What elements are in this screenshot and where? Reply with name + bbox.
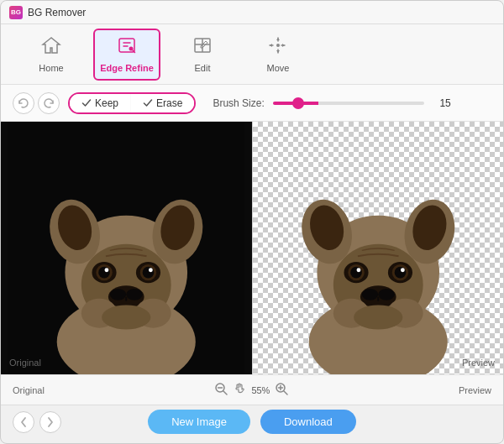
- home-icon: [41, 36, 61, 60]
- hand-icon[interactable]: [233, 382, 246, 398]
- preview-panel: Preview: [253, 122, 504, 374]
- original-image: [1, 122, 252, 374]
- nav-label-edge-refine: Edge Refine: [100, 63, 154, 73]
- nav-arrows: [13, 411, 61, 433]
- top-nav: Home Edge Refine Edit: [1, 24, 503, 85]
- nav-label-move: Move: [267, 63, 290, 73]
- original-status-label: Original: [13, 385, 45, 395]
- undo-redo-group: [13, 92, 60, 114]
- svg-point-20: [105, 268, 109, 272]
- brush-size-value: 15: [431, 97, 451, 109]
- preview-label: Preview: [462, 358, 495, 368]
- svg-point-40: [394, 267, 406, 279]
- preview-image: [253, 122, 504, 374]
- bottom-bar: New Image Download: [1, 405, 503, 438]
- svg-point-24: [126, 289, 142, 300]
- redo-button[interactable]: [38, 92, 60, 114]
- svg-line-53: [284, 391, 287, 394]
- svg-point-23: [110, 289, 126, 300]
- main-content: Original: [1, 122, 503, 374]
- prev-button[interactable]: [13, 411, 34, 433]
- svg-line-50: [223, 391, 227, 394]
- keep-button[interactable]: ✓ Keep Keep: [70, 94, 130, 112]
- toolbar: ✓ Keep Keep ✓ Erase Erase Brush Size: 15: [1, 85, 503, 122]
- svg-point-48: [354, 305, 402, 329]
- undo-button[interactable]: [13, 92, 34, 114]
- preview-status-label: Preview: [459, 385, 491, 395]
- svg-point-41: [356, 268, 360, 272]
- title-bar: BG BG Remover: [1, 1, 503, 24]
- original-panel: Original: [1, 122, 253, 374]
- zoom-value: 55%: [251, 385, 270, 395]
- svg-point-27: [102, 305, 150, 329]
- svg-point-45: [378, 289, 394, 300]
- zoom-controls: 55%: [214, 382, 288, 398]
- svg-point-5: [276, 44, 280, 47]
- app-icon: BG: [9, 6, 23, 19]
- svg-point-39: [350, 267, 362, 279]
- brush-size-label: Brush Size:: [213, 97, 264, 109]
- nav-label-home: Home: [39, 63, 63, 73]
- brush-size-slider[interactable]: [273, 102, 424, 105]
- brush-slider-container: 15: [273, 97, 491, 109]
- nav-item-home[interactable]: Home: [18, 29, 85, 81]
- next-button[interactable]: [39, 411, 61, 433]
- svg-point-42: [400, 268, 404, 272]
- nav-label-edit: Edit: [195, 63, 211, 73]
- edge-refine-icon: [117, 36, 137, 60]
- nav-item-edge-refine[interactable]: Edge Refine: [93, 29, 160, 81]
- move-icon: [268, 36, 288, 60]
- status-bar: Original 55% Preview: [1, 374, 503, 405]
- zoom-out-icon[interactable]: [214, 382, 228, 398]
- app-title: BG Remover: [28, 7, 86, 18]
- erase-button[interactable]: ✓ Erase Erase: [131, 94, 194, 112]
- svg-point-19: [143, 267, 155, 279]
- new-image-button[interactable]: New Image: [148, 410, 250, 434]
- svg-point-18: [98, 267, 110, 279]
- nav-item-move[interactable]: Move: [244, 29, 312, 81]
- svg-point-44: [361, 289, 377, 300]
- svg-point-21: [149, 268, 153, 272]
- edit-icon: [192, 36, 213, 60]
- nav-item-edit[interactable]: Edit: [169, 29, 236, 81]
- keep-erase-group: ✓ Keep Keep ✓ Erase Erase: [68, 92, 196, 114]
- download-button[interactable]: Download: [260, 410, 356, 434]
- zoom-in-icon[interactable]: [275, 382, 288, 398]
- original-label: Original: [9, 358, 41, 368]
